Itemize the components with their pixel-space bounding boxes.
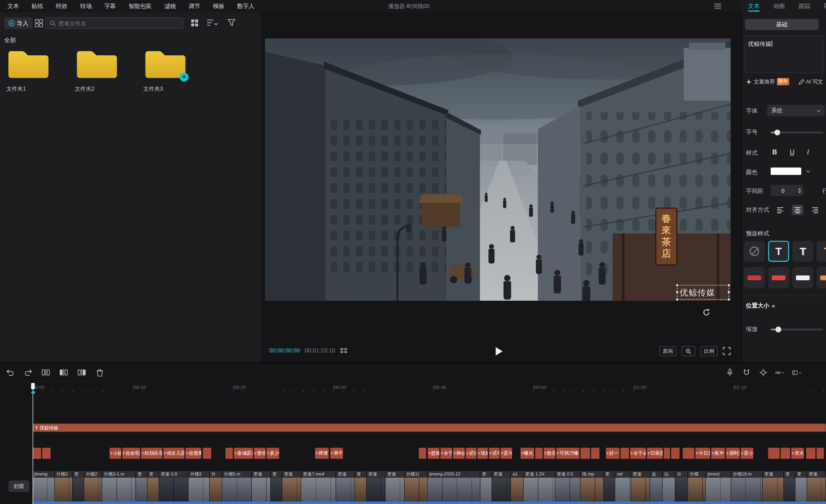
preset-style-none[interactable]: [744, 241, 765, 262]
align-center-icon[interactable]: [792, 205, 804, 215]
video-clip[interactable]: 以: [663, 471, 676, 502]
subtitle-clip[interactable]: T苏小: [741, 448, 753, 459]
video-clip[interactable]: 变: [480, 471, 492, 502]
video-clip[interactable]: 变: [73, 471, 84, 502]
subtitle-clip[interactable]: T好一: [606, 448, 620, 459]
video-clip[interactable]: 变速 1.2X: [524, 471, 555, 502]
subtitle-clip[interactable]: T现如: [477, 448, 488, 459]
import-button[interactable]: 导入: [4, 17, 33, 29]
inspector-tab-跟踪[interactable]: 跟踪: [792, 0, 817, 12]
magnet-icon[interactable]: [742, 368, 751, 377]
underline-button[interactable]: U: [790, 148, 794, 156]
selection-handle[interactable]: [676, 284, 679, 287]
preset-style-color[interactable]: [816, 267, 826, 288]
slider-knob[interactable]: [775, 327, 781, 332]
subtitle-clip[interactable]: [768, 448, 779, 459]
folder-item[interactable]: +文件夹3: [141, 47, 190, 93]
menu-item[interactable]: 字幕: [98, 2, 122, 10]
video-clip[interactable]: 分镜3: [188, 471, 210, 502]
letter-spacing-stepper[interactable]: 0: [771, 185, 803, 196]
undo-icon[interactable]: [5, 368, 15, 377]
subtitle-clip[interactable]: T夜半子: [711, 448, 725, 459]
menu-item[interactable]: 滤镜: [158, 2, 182, 10]
color-swatch[interactable]: [771, 168, 801, 175]
step-down-icon[interactable]: [798, 191, 801, 193]
video-clip[interactable]: a1: [511, 471, 524, 502]
video-clip[interactable]: vid: [615, 471, 631, 502]
video-clip[interactable]: 分镜5.m: [222, 471, 252, 502]
video-clip[interactable]: 变: [148, 471, 159, 502]
text-content-input[interactable]: 优鲸传媒: [744, 35, 824, 73]
search-box[interactable]: [45, 17, 183, 29]
selection-handle[interactable]: [676, 291, 679, 293]
video-clip[interactable]: 变: [136, 471, 148, 502]
menu-item[interactable]: 调节: [182, 2, 206, 10]
subtitle-clip[interactable]: T此劫应在身: [141, 448, 162, 459]
subtitle-clip[interactable]: T令千: [440, 448, 452, 459]
video-clip[interactable]: 变速7.mo4: [301, 471, 336, 502]
subtitle-clip[interactable]: [419, 448, 426, 459]
preview-zoom-button[interactable]: [682, 346, 695, 356]
subtitle-clip[interactable]: T今日是: [695, 448, 710, 459]
menu-item[interactable]: 贴纸: [25, 2, 49, 10]
folder-item[interactable]: 文件夹1: [4, 47, 53, 93]
subtitle-clip[interactable]: T那也: [254, 448, 265, 459]
video-clip[interactable]: 分: [675, 471, 688, 502]
subtitle-clip[interactable]: T神仙: [453, 448, 465, 459]
color-picker[interactable]: [771, 168, 810, 175]
align-left-icon[interactable]: [774, 205, 786, 215]
video-overlay-text[interactable]: 优鲸传媒: [680, 287, 715, 299]
preset-style-plain[interactable]: T: [768, 241, 789, 262]
video-clip[interactable]: 分镜1(: [405, 471, 428, 502]
subtitle-clip[interactable]: T你命犯生: [122, 448, 140, 459]
menu-item[interactable]: 特效: [49, 2, 73, 10]
preset-style-color[interactable]: [744, 267, 765, 288]
slider-knob[interactable]: [774, 130, 780, 135]
subtitle-clip[interactable]: T老夫: [791, 448, 804, 459]
search-input[interactable]: [59, 20, 179, 26]
subtitle-clip[interactable]: [781, 448, 790, 459]
video-clip[interactable]: 变速: [366, 471, 385, 502]
subtitle-clip[interactable]: [535, 448, 543, 459]
inspector-tab-动画[interactable]: 动画: [767, 0, 792, 12]
menu-item[interactable]: 智能包装: [122, 2, 158, 10]
subtitle-clip[interactable]: T日落苏: [647, 448, 662, 459]
subtitle-clip[interactable]: T届时苏: [726, 448, 739, 459]
grid-view-icon[interactable]: [191, 19, 199, 27]
subtitle-clip[interactable]: [621, 448, 629, 459]
video-clip[interactable]: 变速 0.8: [159, 471, 189, 502]
video-clip[interactable]: 丛: [650, 471, 663, 502]
video-clip[interactable]: 分镜: [688, 471, 706, 502]
subtitle-clip[interactable]: [816, 448, 824, 459]
subtitle-clip[interactable]: T怒视: [428, 448, 439, 459]
filter-all-label[interactable]: 全部: [4, 36, 16, 45]
ai-write-button[interactable]: AI 写文: [799, 78, 823, 85]
subtitle-clip[interactable]: [203, 448, 211, 459]
subtitle-clip[interactable]: [225, 448, 233, 459]
preset-style-shadow[interactable]: T: [792, 241, 814, 262]
subtitle-clip[interactable]: [664, 448, 670, 459]
scale-slider[interactable]: [771, 329, 823, 330]
redo-icon[interactable]: [23, 368, 33, 377]
frames-icon[interactable]: [340, 347, 348, 353]
folder-item[interactable]: 文件夹2: [73, 47, 121, 93]
subtitle-clip[interactable]: T泰城苏家: [234, 448, 253, 459]
timeline-ruler[interactable]: 00:00|00:10|00:20|00:30|00:40|00:50|01:0…: [0, 384, 826, 392]
subtitle-clip[interactable]: T散在: [544, 448, 555, 459]
import-mode-icon[interactable]: [35, 19, 43, 27]
subtitle-clip[interactable]: T弟子: [330, 448, 343, 459]
video-clip[interactable]: jimeng-2025-12: [428, 471, 480, 502]
inspector-tab-文本[interactable]: 文本: [741, 0, 766, 12]
collapse-icon[interactable]: [771, 304, 775, 307]
menu-item[interactable]: 转场: [74, 2, 98, 10]
menu-item[interactable]: 数字人: [231, 2, 261, 10]
subtitle-clip[interactable]: [581, 448, 590, 459]
bold-button[interactable]: B: [772, 148, 777, 156]
track-view-icon[interactable]: [792, 368, 802, 377]
video-clip[interactable]: 分: [210, 471, 223, 502]
subtitle-clip[interactable]: T多少: [267, 448, 279, 459]
italic-button[interactable]: I: [807, 148, 809, 156]
subtitle-clip[interactable]: T可我乃曝: [556, 448, 579, 459]
preset-style-color[interactable]: [768, 267, 789, 288]
preset-style-color[interactable]: [792, 267, 814, 288]
